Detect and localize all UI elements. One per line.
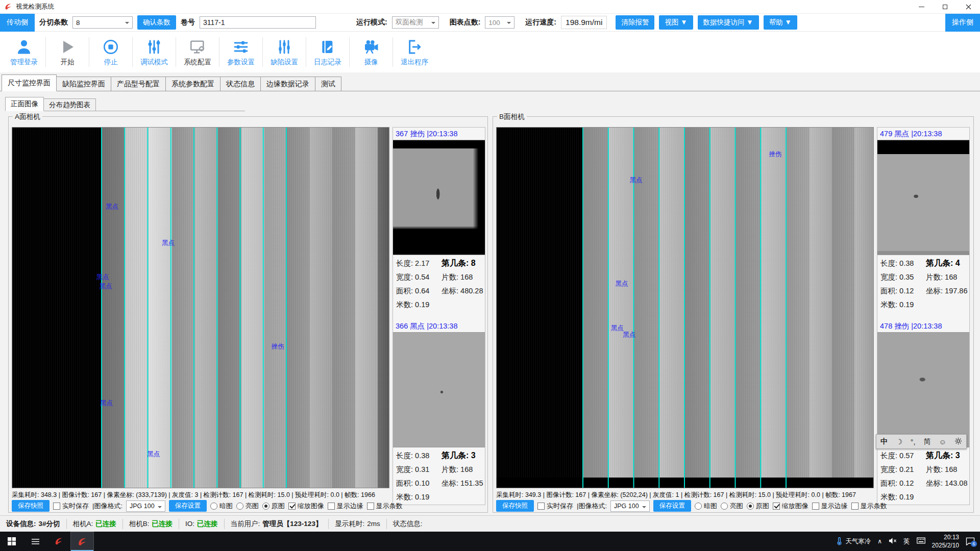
task-view-button[interactable]	[23, 532, 47, 551]
original-image-radio[interactable]: 原图	[747, 502, 769, 511]
ime-emoji-button[interactable]: ☺	[939, 438, 946, 446]
clear-alarm-button[interactable]: 清除报警	[616, 15, 654, 30]
toolbar-defect-settings[interactable]: 缺陷设置	[265, 38, 303, 67]
ime-mode-button[interactable]: 中	[880, 437, 888, 446]
tab-edge-data[interactable]: 边缘数据记录	[260, 77, 315, 91]
volume-muted-icon[interactable]	[889, 537, 897, 546]
toolbar-param-settings[interactable]: 参数设置	[222, 38, 260, 67]
checkbox-label: 显示条数	[861, 502, 887, 511]
defect-card[interactable]: 367 挫伤 |20:13:38 长度: 2.17第几条: 8 宽度: 0.54…	[393, 128, 485, 312]
view-menu-button[interactable]: 视图 ▼	[659, 15, 693, 30]
save-snapshot-button[interactable]: 保存快照	[496, 500, 534, 512]
roll-number-input[interactable]: 3117-1	[200, 16, 316, 29]
taskbar-app-running[interactable]	[70, 532, 94, 551]
camera-b-image[interactable]: 挫伤黑点黑点黑点黑点	[496, 127, 874, 488]
tab-system-params[interactable]: 系统参数配置	[165, 77, 220, 91]
main-tab-bar: 尺寸监控界面 缺陷监控界面 产品型号配置 系统参数配置 状态信息 边缘数据记录 …	[0, 74, 980, 91]
camera-a-image[interactable]: 黑点黑点黑点黑点挫伤黑点黑点	[12, 127, 389, 488]
show-count-checkbox[interactable]: 显示条数	[851, 502, 887, 511]
taskbar-weather[interactable]: 天气寒冷	[836, 537, 871, 546]
slice-count-select[interactable]: 8	[72, 16, 133, 29]
drive-side-button[interactable]: 传动侧	[0, 14, 35, 32]
slice-count-value: 8	[76, 19, 80, 27]
toolbar-start[interactable]: 开始	[48, 38, 86, 67]
hidden-icons-chevron[interactable]: ∧	[877, 538, 882, 545]
defect-width: 宽度: 0.54	[396, 272, 442, 282]
image-format-select[interactable]: JPG 100	[610, 500, 650, 512]
defect-fields: 长度: 0.38第几条: 3 宽度: 0.31片数: 168 面积: 0.10坐…	[393, 447, 485, 504]
quick-data-menu-button[interactable]: 数据快捷访问 ▼	[698, 15, 759, 30]
zoom-image-checkbox[interactable]: 缩放图像	[288, 502, 324, 511]
toolbar-system-config[interactable]: 系统配置	[179, 38, 216, 67]
realtime-save-checkbox[interactable]: 实时保存	[537, 502, 573, 511]
maximize-button[interactable]	[933, 0, 957, 13]
defect-card[interactable]: 366 黑点 |20:13:38 长度: 0.38第几条: 3 宽度: 0.31…	[393, 320, 485, 504]
defect-annotation: 黑点	[630, 176, 643, 185]
roll-number-value: 3117-1	[203, 18, 225, 27]
subtab-trend-chart[interactable]: 分布趋势图表	[43, 98, 96, 111]
dark-image-radio[interactable]: 暗图	[210, 502, 233, 511]
subtab-front-image[interactable]: 正面图像	[5, 97, 44, 111]
show-edge-checkbox[interactable]: 显示边缘	[328, 502, 363, 511]
camera-a-defect-list[interactable]: 367 挫伤 |20:13:38 长度: 2.17第几条: 8 宽度: 0.54…	[393, 127, 485, 505]
tab-status-info[interactable]: 状态信息	[220, 77, 261, 91]
save-settings-button[interactable]: 保存设置	[653, 500, 691, 512]
clock-date: 2025/2/10	[932, 541, 959, 549]
toolbar-admin-login[interactable]: 管理登录	[5, 38, 43, 67]
bright-image-radio[interactable]: 亮图	[236, 502, 259, 511]
taskbar-clock[interactable]: 20:132025/2/10	[932, 533, 959, 549]
defect-annotation: 黑点	[106, 203, 118, 211]
image-format-select[interactable]: JPG 100	[126, 500, 165, 512]
ime-moon-icon[interactable]: ☽	[896, 438, 902, 446]
realtime-save-checkbox[interactable]: 实时保存	[53, 502, 89, 511]
toolbar-log-record[interactable]: 日志记录	[309, 38, 347, 67]
dark-image-radio[interactable]: 暗图	[695, 502, 717, 511]
video-camera-icon	[362, 38, 380, 56]
radio-label: 原图	[272, 502, 285, 511]
defect-card-header: 366 黑点 |20:13:38	[393, 320, 485, 332]
minimize-button[interactable]	[910, 0, 933, 13]
operate-side-button[interactable]: 操作侧	[945, 14, 980, 32]
defect-annotation: 挫伤	[769, 149, 782, 158]
notification-center-button[interactable]: 6	[966, 537, 975, 545]
defect-card[interactable]: 478 挫伤 |20:13:38 长度: 0.57第几条: 3 宽度: 0.21…	[877, 320, 969, 504]
save-snapshot-button[interactable]: 保存快照	[12, 500, 50, 512]
show-edge-checkbox[interactable]: 显示边缘	[812, 502, 848, 511]
camera-a-connection: 相机A:已连接	[67, 519, 123, 529]
taskbar-ime-indicator[interactable]: 英	[903, 537, 910, 546]
ime-punctuation-button[interactable]: °,	[911, 438, 916, 446]
taskbar-app-pinned[interactable]	[47, 532, 70, 551]
chart-points-select[interactable]: 100	[485, 16, 514, 29]
start-button[interactable]	[0, 532, 23, 551]
zoom-image-checkbox[interactable]: 缩放图像	[773, 502, 808, 511]
save-settings-button[interactable]: 保存设置	[169, 500, 207, 512]
show-count-checkbox[interactable]: 显示条数	[367, 502, 403, 511]
checkbox-label: 实时保存	[62, 502, 89, 511]
toolbar-stop[interactable]: 停止	[92, 38, 130, 67]
icon-toolbar: 管理登录 开始 停止 调试模式 系统配置 参数设置 缺陷设置 日志记录 摄像	[0, 32, 980, 72]
help-menu-button[interactable]: 帮助 ▼	[764, 15, 797, 30]
original-image-radio[interactable]: 原图	[262, 502, 285, 511]
toolbar-exit[interactable]: 退出程序	[396, 38, 433, 67]
defect-card[interactable]: 479 黑点 |20:13:38 长度: 0.38第几条: 4 宽度: 0.35…	[877, 128, 969, 312]
defect-pieces: 片数: 168	[442, 272, 482, 282]
tab-product-model[interactable]: 产品型号配置	[111, 77, 166, 91]
toolbar-debug-mode[interactable]: 调试模式	[135, 38, 173, 67]
ime-settings-gear-icon[interactable]	[954, 437, 962, 446]
tab-size-monitor[interactable]: 尺寸监控界面	[2, 74, 57, 91]
vertical-sliders-icon	[145, 38, 163, 56]
toolbar-label: 停止	[104, 58, 118, 67]
tab-test[interactable]: 测试	[315, 77, 341, 91]
run-mode-select[interactable]: 双面检测	[392, 16, 439, 29]
bright-image-radio[interactable]: 亮图	[721, 502, 743, 511]
defect-length: 长度: 0.57	[880, 451, 926, 461]
defect-width: 宽度: 0.21	[880, 465, 926, 474]
tab-defect-monitor[interactable]: 缺陷监控界面	[56, 77, 111, 91]
radio-icon	[695, 503, 702, 510]
toolbar-capture[interactable]: 摄像	[352, 38, 390, 67]
ime-simplified-button[interactable]: 简	[923, 437, 930, 446]
confirm-count-button[interactable]: 确认条数	[137, 15, 176, 30]
defect-fields: 长度: 0.57第几条: 3 宽度: 0.21片数: 168 面积: 0.12坐…	[877, 447, 969, 504]
touch-keyboard-icon[interactable]	[917, 537, 925, 545]
close-button[interactable]	[957, 0, 980, 13]
